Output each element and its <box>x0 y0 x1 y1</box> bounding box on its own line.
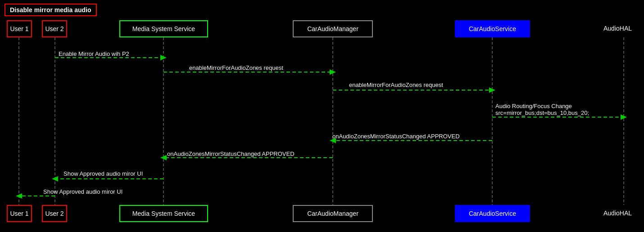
message-label-1: Enable Mirror Audio wih P2 <box>59 50 129 57</box>
message-label-5: onAudioZonesMirrorStatusChanged APPROVED <box>332 133 460 140</box>
svg-marker-19 <box>52 176 58 182</box>
message-label-3: enableMirrorForAudioZones request <box>349 82 443 88</box>
message-label-7: Show Approved audio miror UI <box>63 170 143 177</box>
message-label-8: Show Approved audio miror UI <box>43 188 122 195</box>
message-label-4: Audio Routing/Focus Change src=mirror_bu… <box>495 103 589 116</box>
svg-marker-21 <box>16 193 22 199</box>
message-label-6: onAudioZonesMirrorStatusChanged APPROVED <box>167 150 295 157</box>
message-label-2: enableMirrorForAudioZones request <box>189 64 283 71</box>
